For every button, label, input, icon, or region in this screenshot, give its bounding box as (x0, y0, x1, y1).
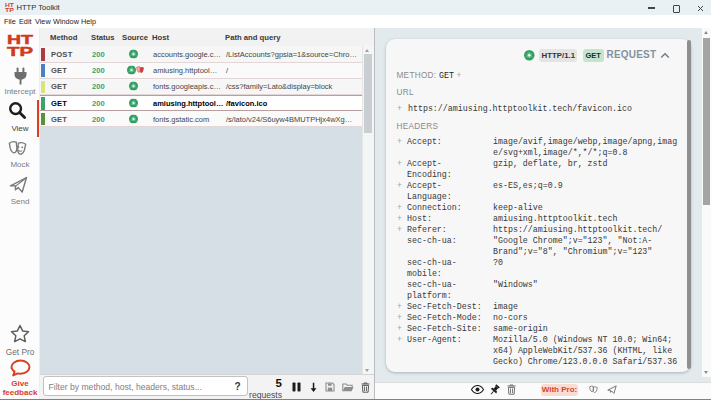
svg-text:TP: TP (7, 44, 33, 57)
svg-text:TP: TP (5, 7, 14, 12)
